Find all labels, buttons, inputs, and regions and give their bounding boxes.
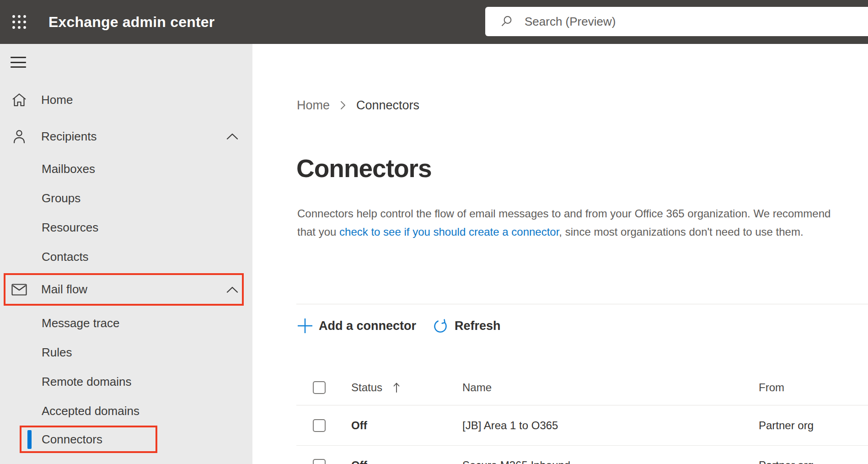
page-title: Connectors: [296, 154, 432, 183]
row-checkbox[interactable]: [313, 419, 326, 432]
column-header-from[interactable]: From: [759, 381, 784, 394]
command-bar: Add a connector Refresh: [297, 315, 501, 337]
selected-indicator: [27, 430, 32, 449]
sidebar-item-message-trace[interactable]: Message trace: [0, 308, 252, 338]
sidebar-item-label: Recipients: [41, 129, 96, 144]
sidebar-item-home[interactable]: Home: [0, 85, 252, 114]
add-connector-button[interactable]: Add a connector: [297, 318, 416, 334]
sidebar-item-remote-domains[interactable]: Remote domains: [0, 367, 252, 396]
search-box[interactable]: [485, 7, 868, 36]
row-from: Partner org: [759, 459, 814, 464]
column-header-name[interactable]: Name: [462, 381, 492, 394]
main-content: Home Connectors Connectors Connectors he…: [252, 44, 868, 464]
sidebar-item-contacts[interactable]: Contacts: [0, 242, 252, 271]
table-row[interactable]: Off Secure M365 Inbound Partner org: [296, 446, 868, 464]
sidebar-item-connectors annotation-box-connectors[interactable]: Connectors: [20, 426, 157, 453]
sidebar-item-label: Connectors: [42, 432, 102, 447]
sidebar-item-mailboxes[interactable]: Mailboxes: [0, 154, 252, 183]
table-header-row: Status Name From: [296, 370, 868, 405]
breadcrumb: Home Connectors: [297, 97, 419, 113]
refresh-button[interactable]: Refresh: [433, 318, 501, 334]
toolbar-divider: [296, 304, 868, 304]
plus-icon: [297, 318, 313, 334]
chevron-up-icon: [226, 133, 238, 140]
sidebar-item-label: Groups: [42, 191, 80, 205]
page-description: Connectors help control the flow of emai…: [297, 205, 841, 241]
sidebar-item-accepted-domains[interactable]: Accepted domains: [0, 396, 252, 426]
row-name[interactable]: Secure M365 Inbound: [462, 459, 570, 464]
breadcrumb-current: Connectors: [356, 98, 419, 113]
hamburger-menu-icon[interactable]: [11, 57, 26, 68]
add-connector-label: Add a connector: [319, 319, 416, 333]
chevron-up-icon: [226, 286, 238, 293]
row-status: Off: [351, 459, 367, 464]
sidebar-item-resources[interactable]: Resources: [0, 213, 252, 242]
breadcrumb-home-link[interactable]: Home: [297, 98, 330, 113]
sidebar-item-label: Resources: [42, 221, 98, 235]
sort-ascending-icon: [392, 382, 401, 394]
mail-icon: [11, 284, 27, 296]
row-status: Off: [351, 419, 367, 432]
sidebar-item-groups[interactable]: Groups: [0, 183, 252, 213]
sidebar-item-label: Home: [41, 93, 73, 107]
sidebar-item-label: Contacts: [42, 250, 89, 264]
sidebar-item-mail-flow annotation-box-mail-flow[interactable]: Mail flow: [4, 273, 244, 306]
refresh-icon: [433, 318, 449, 334]
row-name[interactable]: [JB] Area 1 to O365: [462, 419, 558, 432]
search-input[interactable]: [525, 15, 799, 29]
person-icon: [11, 129, 27, 144]
app-launcher-waffle-icon[interactable]: [6, 9, 32, 35]
top-bar: Exchange admin center: [0, 0, 868, 44]
sidebar-item-label: Rules: [42, 345, 72, 360]
sidebar-item-label: Mail flow: [41, 282, 87, 297]
app-title: Exchange admin center: [48, 14, 214, 31]
sidebar-item-label: Accepted domains: [42, 404, 139, 418]
description-text: , since most organizations don't need to…: [559, 226, 803, 238]
left-nav: Home Recipients Mailboxes Groups Resourc…: [0, 44, 252, 464]
sidebar-item-label: Message trace: [42, 316, 120, 330]
table-row[interactable]: Off [JB] Area 1 to O365 Partner org: [296, 406, 868, 446]
sidebar-item-label: Mailboxes: [42, 162, 95, 176]
search-icon: [500, 15, 514, 28]
select-all-checkbox[interactable]: [313, 381, 326, 394]
row-from: Partner org: [759, 419, 814, 432]
row-checkbox[interactable]: [313, 459, 326, 464]
create-connector-check-link[interactable]: check to see if you should create a conn…: [339, 226, 559, 238]
connectors-table: Off [JB] Area 1 to O365 Partner org Off …: [296, 406, 868, 464]
refresh-label: Refresh: [455, 319, 501, 333]
chevron-right-icon: [340, 100, 346, 111]
home-icon: [11, 93, 27, 107]
sidebar-item-label: Remote domains: [42, 375, 132, 389]
sidebar-item-recipients[interactable]: Recipients: [0, 122, 252, 151]
column-header-status[interactable]: Status: [351, 381, 401, 394]
sidebar-item-rules[interactable]: Rules: [0, 338, 252, 367]
